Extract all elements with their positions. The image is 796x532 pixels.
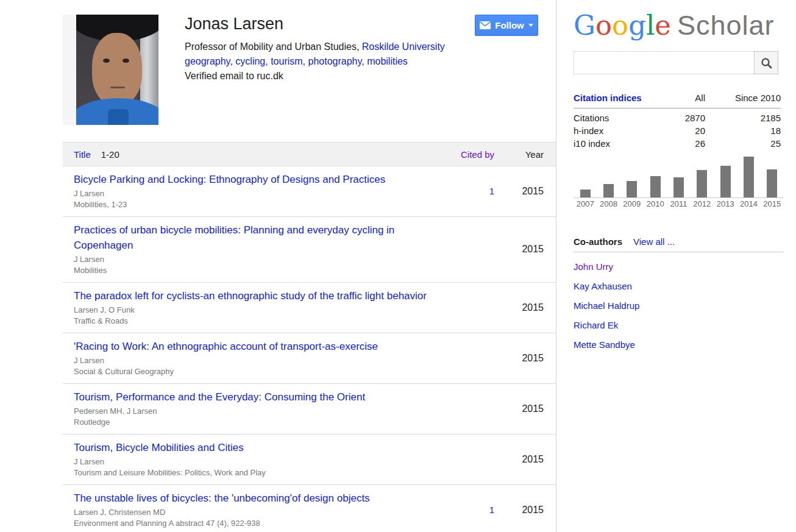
publication-authors: J Larsen [74, 254, 452, 265]
interest-link[interactable]: mobilities [367, 56, 408, 66]
google-logo-letter: o [612, 9, 628, 41]
google-logo-text: Google [574, 9, 671, 41]
coauthor-link[interactable]: Kay Axhausen [574, 281, 632, 291]
citation-index-row: Citations28702185 [574, 112, 781, 124]
chart-bar-cell [761, 169, 784, 197]
chart-bar-cell [620, 181, 644, 197]
coauthor-item: Kay Axhausen [574, 281, 784, 291]
chart-bar[interactable] [627, 181, 637, 197]
chart-bar-cell [714, 166, 737, 197]
google-logo-letter: l [646, 9, 655, 41]
publication-entry: Bicycle Parking and Locking: Ethnography… [74, 172, 452, 210]
coauthor-item: Mette Sandbye [574, 339, 784, 350]
chart-bar-cell [737, 157, 760, 197]
citation-indices-link[interactable]: Citation indices [574, 91, 650, 104]
publication-year: 2015 [494, 186, 556, 197]
citation-index-all-value: 2870 [650, 112, 705, 124]
chart-bar-cell [691, 170, 714, 197]
profile-photo [76, 15, 158, 125]
publication-entry: Practices of urban bicycle mobilities: P… [74, 222, 452, 276]
coauthors-list: John UrryKay AxhausenMichael HaldrupRich… [574, 261, 784, 350]
coauthor-item: Richard Ek [574, 320, 784, 330]
year-column-header[interactable]: Year [494, 149, 556, 160]
coauthor-link[interactable]: Richard Ek [574, 320, 618, 330]
cited-by-count-link[interactable]: 1 [489, 186, 494, 196]
cited-by-cell: 1 [452, 186, 494, 196]
publication-title-link[interactable]: Tourism, Bicycle Mobilities and Cities [74, 442, 244, 453]
publication-venue: Traffic & Roads [74, 316, 452, 327]
publication-entry: 'Racing to Work: An ethnographic account… [74, 339, 452, 377]
content-sidebar-divider [556, 0, 556, 532]
chart-year-label: 2009 [620, 199, 644, 208]
envelope-icon [480, 21, 491, 29]
chart-bar[interactable] [603, 184, 614, 197]
table-row: The unstable lives of bicycles: the 'unb… [63, 485, 556, 532]
chart-year-label: 2010 [644, 199, 667, 208]
title-column-header[interactable]: Title [74, 149, 91, 160]
google-logo-letter: G [574, 9, 595, 41]
chart-year-label: 2012 [691, 199, 714, 208]
citation-index-label: Citations [574, 112, 650, 124]
publications-table: Title 1-20 Cited by Year Bicycle Parking… [63, 142, 556, 532]
google-logo-letter: e [655, 9, 671, 41]
chart-year-label: 2007 [574, 199, 597, 208]
publication-title-link[interactable]: Tourism, Performance and the Everyday: C… [74, 391, 365, 403]
citations-bar-chart: 200720082009201020112012201320142015 [574, 157, 784, 208]
publication-year: 2015 [494, 244, 556, 255]
publication-title-link[interactable]: Bicycle Parking and Locking: Ethnography… [74, 174, 385, 185]
coauthor-item: John Urry [574, 261, 784, 272]
citation-indices: Citation indices All Since 2010 Citation… [574, 91, 781, 150]
photo-mouth-shape [110, 87, 125, 88]
publication-title-link[interactable]: The unstable lives of bicycles: the 'unb… [74, 492, 370, 504]
col-all-label: All [650, 91, 705, 104]
publication-year: 2015 [494, 505, 556, 516]
publication-venue: Environment and Planning A abstract 47 (… [74, 518, 452, 529]
chart-bar[interactable] [697, 170, 707, 197]
publication-authors: Pedersen MH, J Larsen [74, 406, 452, 417]
citation-index-since-value: 18 [705, 124, 781, 137]
publication-title-link[interactable]: 'Racing to Work: An ethnographic account… [74, 341, 378, 352]
interest-link[interactable]: geography, [185, 56, 233, 66]
table-row: Tourism, Bicycle Mobilities and CitiesJ … [63, 434, 556, 485]
follow-button[interactable]: Follow [475, 15, 538, 36]
affiliation-link[interactable]: Roskilde University [362, 41, 445, 52]
table-row: The paradox left for cyclists-an ethnogr… [63, 283, 556, 333]
search-button[interactable] [754, 51, 778, 74]
citation-index-since-value: 25 [705, 137, 781, 150]
search-input[interactable] [574, 51, 754, 74]
coauthor-link[interactable]: Michael Haldrup [574, 300, 639, 311]
chart-bar[interactable] [650, 176, 661, 197]
chart-bar[interactable] [580, 190, 591, 197]
citation-index-row: h-index2018 [574, 124, 781, 137]
view-all-link[interactable]: View all ... [633, 236, 675, 247]
coauthor-item: Michael Haldrup [574, 300, 784, 311]
interest-link[interactable]: tourism, [271, 56, 305, 66]
coauthors-section: Co-authors View all ... John UrryKay Axh… [574, 236, 784, 350]
chart-bar[interactable] [673, 177, 684, 197]
interest-link[interactable]: photography, [308, 56, 364, 66]
citation-index-label: i10 index [574, 137, 650, 150]
publication-venue: Social & Cultural Geography [74, 366, 452, 377]
profile-name: Jonas Larsen [185, 15, 471, 34]
google-logo-letter: g [628, 9, 646, 41]
publication-venue: Mobilities, 1-23 [74, 199, 452, 210]
chart-bar[interactable] [744, 157, 754, 197]
publication-entry: The unstable lives of bicycles: the 'unb… [74, 491, 452, 529]
cited-by-count-link[interactable]: 1 [489, 505, 494, 515]
publication-title-link[interactable]: The paradox left for cyclists-an ethnogr… [74, 290, 427, 302]
publication-authors: J Larsen [74, 355, 452, 366]
cited-by-column-header[interactable]: Cited by [452, 149, 494, 160]
search-icon [761, 57, 772, 69]
chart-year-label: 2015 [761, 199, 784, 208]
publication-title-link[interactable]: Practices of urban bicycle mobilities: P… [74, 224, 394, 251]
coauthor-link[interactable]: John Urry [574, 261, 613, 272]
chart-bar[interactable] [720, 166, 731, 197]
photo-face-shape [92, 33, 142, 105]
coauthors-header: Co-authors View all ... [574, 236, 784, 252]
coauthor-link[interactable]: Mette Sandbye [574, 339, 635, 350]
chart-bar[interactable] [767, 169, 777, 197]
citation-index-all-value: 26 [650, 137, 705, 150]
publication-authors: Larsen J, O Funk [74, 305, 452, 316]
photo-eye-shape [123, 59, 129, 63]
interest-link[interactable]: cycling, [235, 56, 268, 66]
